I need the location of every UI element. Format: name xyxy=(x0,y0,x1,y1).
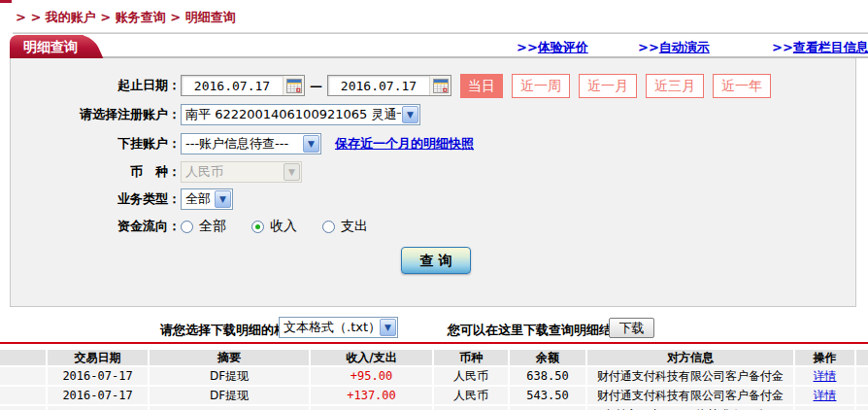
cell-date: 2016-07-17 xyxy=(48,387,148,404)
date-range-separator: — xyxy=(310,79,322,93)
radio-checked-icon[interactable] xyxy=(251,221,264,233)
link-view-column-info[interactable]: >>查看栏目信息 xyxy=(772,39,868,56)
sub-account-select[interactable]: ---账户信息待查--- ▼ xyxy=(181,133,321,154)
download-button[interactable]: 下载 xyxy=(609,318,654,338)
chevron-down-icon[interactable]: ▼ xyxy=(215,190,231,208)
cell-currency xyxy=(434,406,508,410)
table-stub-cell xyxy=(0,367,46,385)
save-snapshot-link[interactable]: 保存近一个月的明细快照 xyxy=(335,135,474,153)
account-label: 请选择注册账户： xyxy=(11,106,181,123)
chevron-down-icon[interactable]: ▼ xyxy=(402,106,418,123)
flow-option-label: 收入 xyxy=(270,218,297,235)
radio-unchecked-icon[interactable] xyxy=(181,221,193,233)
radio-unchecked-icon[interactable] xyxy=(322,221,335,233)
range-last-year-button[interactable]: 近一年 xyxy=(713,74,771,98)
table-stub-cell xyxy=(0,406,46,410)
cell-summary: DF提现 xyxy=(150,387,309,404)
range-today-button[interactable]: 当日 xyxy=(460,74,503,98)
cell-currency: 人民币 xyxy=(434,387,508,404)
calendar-icon xyxy=(286,79,302,93)
cell-date: 2016-07-17 xyxy=(48,367,148,385)
date-range-label: 起止日期： xyxy=(11,77,181,94)
range-last-month-button[interactable]: 近一月 xyxy=(579,74,637,98)
end-date-value[interactable]: 2016.07.17 xyxy=(328,79,429,93)
cell-amount xyxy=(311,406,432,410)
biz-type-label: 业务类型： xyxy=(11,190,181,208)
flow-direction-label: 资金流向： xyxy=(11,218,181,235)
link-label: 体验评价 xyxy=(538,40,588,54)
download-result-label: 您可以在这里下载查询明细结果 xyxy=(448,322,624,339)
chevron-down-icon[interactable]: ▼ xyxy=(303,135,319,153)
cell-currency: 人民币 xyxy=(434,367,508,385)
query-form-panel: 起止日期： 2016.07.17 — 2016.07.17 xyxy=(10,58,856,307)
cell-summary: DF提现 xyxy=(150,367,309,385)
col-header-date: 交易日期 xyxy=(48,350,148,365)
table-stub-cell xyxy=(0,387,46,404)
query-button[interactable]: 查 询 xyxy=(401,247,471,274)
table-stub-cell xyxy=(856,350,868,365)
flow-option-income[interactable]: 收入 xyxy=(251,218,297,235)
download-format-select[interactable]: 文本格式（.txt） ▼ xyxy=(279,317,398,338)
table-top-divider xyxy=(0,342,868,344)
detail-link[interactable]: 详情 xyxy=(814,389,837,402)
table-stub-cell xyxy=(856,406,868,410)
col-header-summary: 摘要 xyxy=(150,350,309,365)
cell-amount: +95.00 xyxy=(311,367,432,385)
biz-type-select[interactable]: 全部 ▼ xyxy=(181,188,233,210)
table-stub-cell xyxy=(0,350,46,365)
link-label: 自动演示 xyxy=(659,40,710,54)
start-date-input[interactable]: 2016.07.17 xyxy=(181,75,305,96)
table-stub-cell xyxy=(856,367,868,385)
cell-date xyxy=(48,406,148,410)
biz-type-value: 全部 xyxy=(182,190,214,208)
flow-option-label: 支出 xyxy=(341,218,368,235)
link-auto-demo[interactable]: >>自动演示 xyxy=(638,39,710,56)
chevron-down-icon: ▼ xyxy=(284,163,300,181)
cell-summary xyxy=(150,406,309,410)
cell-amount: +137.00 xyxy=(311,387,432,404)
cell-counterparty: 财付通支付科技有限公司客户备付金 xyxy=(587,367,793,385)
flow-option-expense[interactable]: 支出 xyxy=(322,218,368,235)
breadcrumb[interactable]: > > 我的账户 > 账务查询 > 明细查询 xyxy=(16,9,236,26)
cell-counterparty: 财付通支付科技有限公司客户备付金 xyxy=(587,387,793,404)
table-stub-cell xyxy=(856,387,868,404)
flow-option-label: 全部 xyxy=(199,218,226,235)
currency-row: 币 种： 人民币 ▼ xyxy=(11,159,302,185)
calendar-icon xyxy=(433,79,449,93)
link-prefix: >> xyxy=(638,40,659,54)
start-date-value[interactable]: 2016.07.17 xyxy=(182,79,283,93)
flow-option-all[interactable]: 全部 xyxy=(181,218,226,235)
detail-link[interactable]: 详情 xyxy=(814,369,837,383)
range-last-quarter-button[interactable]: 近三月 xyxy=(646,74,704,98)
date-range-row: 起止日期： 2016.07.17 — 2016.07.17 xyxy=(11,73,771,98)
currency-value: 人民币 xyxy=(182,163,283,181)
chevron-down-icon[interactable]: ▼ xyxy=(380,319,396,336)
transactions-table: 交易日期 摘要 收入/支出 币种 余额 对方信息 操作 2016-07-17 D… xyxy=(0,350,868,410)
currency-label: 币 种： xyxy=(11,163,181,181)
link-prefix: >> xyxy=(772,40,793,54)
end-date-input[interactable]: 2016.07.17 xyxy=(327,75,451,96)
registered-account-select[interactable]: 南平 6222001406100921065 灵通卡 ▼ xyxy=(181,104,420,125)
detail-query-page: { "breadcrumb": { "text": "> > 我的账户 > 账务… xyxy=(0,0,868,410)
top-edge-mark xyxy=(0,0,12,3)
sub-account-value: ---账户信息待查--- xyxy=(182,135,302,153)
col-header-balance: 余额 xyxy=(510,350,585,365)
sub-account-row: 下挂账户： ---账户信息待查--- ▼ 保存近一个月的明细快照 xyxy=(11,131,474,156)
link-experience-rating[interactable]: >>体验评价 xyxy=(517,39,588,56)
col-header-action: 操作 xyxy=(795,350,854,365)
flow-direction-row: 资金流向： 全部 收入 支出 xyxy=(11,214,393,239)
end-date-calendar-button[interactable] xyxy=(429,76,451,95)
cell-balance xyxy=(510,406,585,410)
sub-account-label: 下挂账户： xyxy=(11,135,181,153)
biz-type-row: 业务类型： 全部 ▼ xyxy=(11,187,233,212)
cell-balance: 543.50 xyxy=(510,387,585,404)
registered-account-value: 南平 6222001406100921065 灵通卡 xyxy=(182,106,401,123)
range-last-week-button[interactable]: 近一周 xyxy=(512,74,570,98)
link-prefix: >> xyxy=(517,40,538,54)
tab-detail-query[interactable]: 明细查询 xyxy=(10,35,83,58)
col-header-counterparty: 对方信息 xyxy=(587,350,793,365)
cell-balance: 638.50 xyxy=(510,367,585,385)
col-header-currency: 币种 xyxy=(434,350,508,365)
start-date-calendar-button[interactable] xyxy=(283,76,304,95)
account-row: 请选择注册账户： 南平 6222001406100921065 灵通卡 ▼ xyxy=(11,102,420,127)
